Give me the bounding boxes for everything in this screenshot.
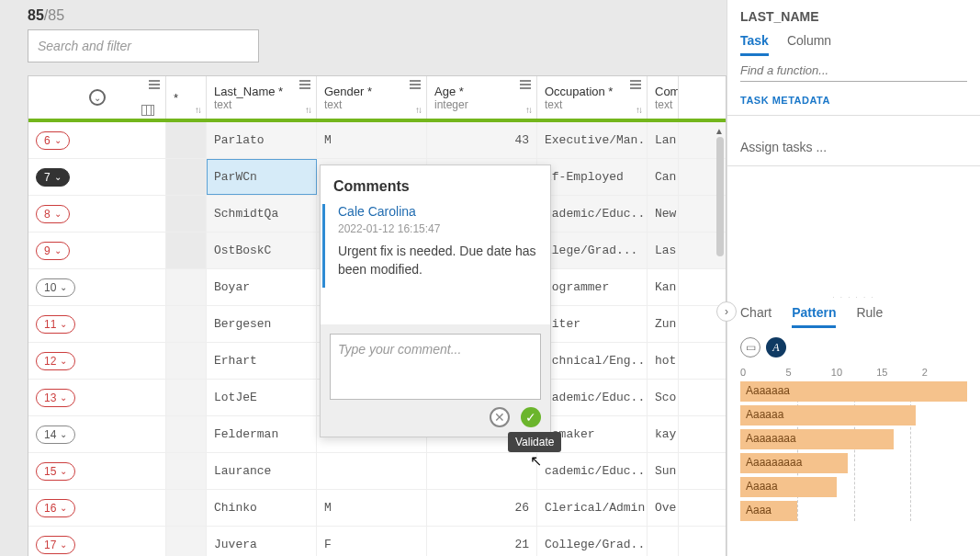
pattern-bar[interactable]: Aaaa bbox=[740, 501, 967, 521]
row-last-name-cell[interactable]: ParWCn bbox=[207, 159, 317, 195]
row-index-pill[interactable]: 9 ⌄ bbox=[36, 242, 70, 260]
row-flag-cell[interactable] bbox=[166, 306, 207, 342]
row-index-cell[interactable]: 16 ⌄ bbox=[28, 490, 166, 526]
row-index-pill[interactable]: 7 ⌄ bbox=[36, 168, 70, 187]
row-index-cell[interactable]: 10 ⌄ bbox=[28, 269, 166, 305]
row-occupation-cell[interactable]: riter bbox=[537, 306, 648, 342]
row-occupation-cell[interactable]: Clerical/Admin bbox=[537, 490, 648, 526]
cancel-button[interactable]: ✕ bbox=[490, 407, 510, 427]
row-comp-cell[interactable]: Sun bbox=[648, 453, 679, 489]
row-flag-cell[interactable] bbox=[166, 159, 207, 195]
row-index-cell[interactable]: 12 ⌄ bbox=[28, 343, 166, 379]
row-occupation-cell[interactable]: echnical/Eng... bbox=[537, 343, 648, 379]
row-age-cell[interactable] bbox=[427, 453, 537, 489]
pattern-bar[interactable]: Aaaaaaaa bbox=[740, 429, 967, 449]
row-flag-cell[interactable] bbox=[166, 233, 207, 268]
scroll-up-icon[interactable]: ▲ bbox=[715, 126, 724, 136]
table-row[interactable]: 16 ⌄ChinkoM26Clerical/AdminOve bbox=[28, 490, 726, 527]
find-function-input[interactable] bbox=[740, 56, 967, 82]
pattern-bar[interactable]: Aaaaaaaaa bbox=[740, 453, 967, 473]
row-gender-cell[interactable]: M bbox=[317, 122, 427, 158]
row-occupation-cell[interactable]: College/Grad... bbox=[537, 527, 648, 556]
row-occupation-cell[interactable]: llege/Grad... bbox=[537, 233, 648, 268]
row-occupation-cell[interactable]: cademic/Educ... bbox=[537, 196, 648, 232]
row-index-cell[interactable]: 17 ⌄ bbox=[28, 527, 166, 556]
col-flag[interactable]: * ↑↓ bbox=[166, 76, 207, 119]
row-flag-cell[interactable] bbox=[166, 490, 207, 526]
col-age[interactable]: Age * integer ↑↓ bbox=[427, 76, 537, 119]
menu-icon[interactable] bbox=[630, 80, 641, 89]
row-age-cell[interactable]: 43 bbox=[427, 122, 537, 158]
tab-pattern[interactable]: Pattern bbox=[792, 305, 836, 328]
row-index-pill[interactable]: 14 ⌄ bbox=[36, 426, 75, 444]
row-flag-cell[interactable] bbox=[166, 416, 207, 452]
row-index-cell[interactable]: 13 ⌄ bbox=[28, 380, 166, 415]
row-index-pill[interactable]: 15 ⌄ bbox=[36, 462, 75, 481]
col-last-name[interactable]: Last_Name * text ↑↓ bbox=[207, 76, 317, 119]
table-row[interactable]: 15 ⌄Laurancecademic/Educ...Sun bbox=[28, 453, 726, 490]
search-input[interactable]: Search and filter bbox=[28, 29, 259, 62]
row-flag-cell[interactable] bbox=[166, 122, 207, 158]
row-occupation-cell[interactable]: cademic/Educ... bbox=[537, 380, 648, 415]
row-age-cell[interactable]: 21 bbox=[427, 527, 537, 556]
row-comp-cell[interactable]: Can bbox=[648, 159, 679, 195]
menu-icon[interactable] bbox=[149, 80, 160, 89]
row-gender-cell[interactable]: F bbox=[317, 527, 427, 556]
row-last-name-cell[interactable]: Laurance bbox=[207, 453, 317, 489]
sort-icon[interactable]: ↑↓ bbox=[305, 105, 310, 115]
tab-task[interactable]: Task bbox=[740, 33, 769, 56]
row-last-name-cell[interactable]: Felderman bbox=[207, 416, 317, 452]
assign-tasks-button[interactable]: Assign tasks ... bbox=[727, 134, 980, 160]
row-comp-cell[interactable]: Lan bbox=[648, 122, 679, 158]
menu-icon[interactable] bbox=[299, 80, 310, 89]
tab-rule[interactable]: Rule bbox=[856, 305, 883, 328]
row-last-name-cell[interactable]: Parlato bbox=[207, 122, 317, 158]
row-comp-cell[interactable]: New bbox=[648, 196, 679, 232]
pattern-mode-text-button[interactable]: ▭ bbox=[740, 337, 760, 357]
sort-icon[interactable]: ↑↓ bbox=[415, 105, 421, 115]
row-comp-cell[interactable]: Zun bbox=[648, 306, 679, 342]
row-index-cell[interactable]: 8 ⌄ bbox=[28, 196, 166, 232]
row-index-pill[interactable]: 10 ⌄ bbox=[36, 278, 75, 297]
row-flag-cell[interactable] bbox=[166, 380, 207, 415]
row-comp-cell[interactable]: Ove bbox=[648, 490, 679, 526]
row-index-cell[interactable]: 15 ⌄ bbox=[28, 453, 166, 489]
row-comp-cell[interactable]: Sco bbox=[648, 380, 679, 415]
row-last-name-cell[interactable]: Juvera bbox=[207, 527, 317, 556]
row-index-pill[interactable]: 11 ⌄ bbox=[36, 315, 75, 334]
validate-button[interactable]: ✓ bbox=[521, 407, 541, 427]
row-index-pill[interactable]: 6 ⌄ bbox=[36, 131, 70, 150]
col-occupation[interactable]: Occupation * text ↑↓ bbox=[537, 76, 648, 119]
row-comp-cell[interactable]: hot bbox=[648, 343, 679, 379]
pattern-bar[interactable]: Aaaaaa bbox=[740, 405, 967, 426]
row-index-pill[interactable]: 12 ⌄ bbox=[36, 352, 75, 370]
row-last-name-cell[interactable]: LotJeE bbox=[207, 380, 317, 415]
row-occupation-cell[interactable]: cademic/Educ... bbox=[537, 453, 648, 489]
row-index-cell[interactable]: 7 ⌄ bbox=[28, 159, 166, 195]
pattern-mode-case-button[interactable]: A bbox=[766, 337, 786, 357]
row-last-name-cell[interactable]: Boyar bbox=[207, 269, 317, 305]
row-index-cell[interactable]: 9 ⌄ bbox=[28, 233, 166, 268]
row-last-name-cell[interactable]: Erhart bbox=[207, 343, 317, 379]
collapse-panel-button[interactable]: › bbox=[716, 301, 737, 322]
pattern-bar[interactable]: Aaaaa bbox=[740, 477, 967, 497]
row-comp-cell[interactable]: Las bbox=[648, 233, 679, 268]
resize-handle[interactable]: . . . . . . bbox=[727, 291, 980, 300]
tab-column[interactable]: Column bbox=[787, 33, 831, 56]
comment-input[interactable]: Type your comment... bbox=[330, 334, 541, 400]
row-comp-cell[interactable] bbox=[648, 527, 679, 556]
scrollbar-thumb[interactable] bbox=[716, 137, 724, 256]
row-index-cell[interactable]: 11 ⌄ bbox=[28, 306, 166, 342]
col-gender[interactable]: Gender * text ↑↓ bbox=[317, 76, 427, 119]
row-last-name-cell[interactable]: Bergesen bbox=[207, 306, 317, 342]
sort-icon[interactable]: ↑↓ bbox=[195, 105, 200, 115]
row-last-name-cell[interactable]: SchmidtQa bbox=[207, 196, 317, 232]
row-age-cell[interactable]: 26 bbox=[427, 490, 537, 526]
row-index-pill[interactable]: 17 ⌄ bbox=[36, 536, 75, 554]
sort-icon[interactable]: ↑↓ bbox=[525, 105, 531, 115]
row-last-name-cell[interactable]: Chinko bbox=[207, 490, 317, 526]
row-flag-cell[interactable] bbox=[166, 196, 207, 232]
row-index-pill[interactable]: 16 ⌄ bbox=[36, 499, 75, 517]
row-index-cell[interactable]: 6 ⌄ bbox=[28, 122, 166, 158]
table-row[interactable]: 6 ⌄ParlatoM43Executive/Man...Lan bbox=[28, 122, 726, 159]
